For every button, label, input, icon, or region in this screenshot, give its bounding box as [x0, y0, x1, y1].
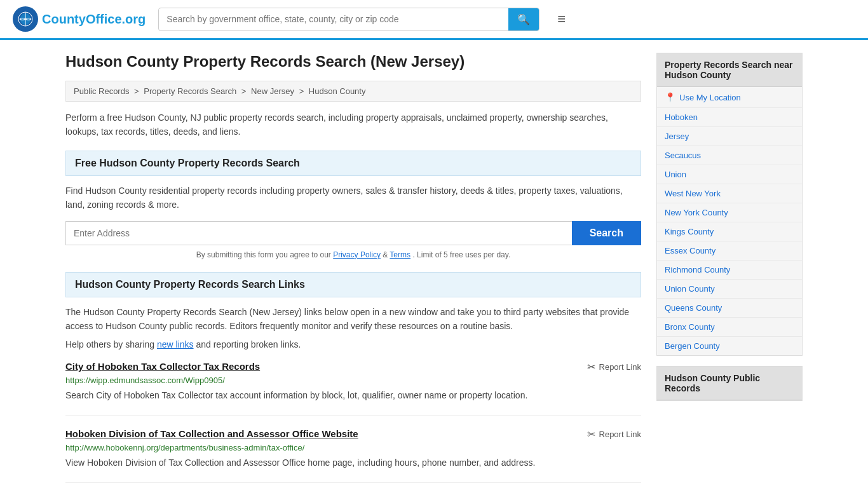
- free-search-section-header: Free Hudson County Property Records Sear…: [65, 151, 641, 176]
- header-search-input[interactable]: [159, 9, 508, 29]
- hamburger-menu-button[interactable]: ≡: [552, 8, 571, 30]
- logo-icon: [13, 6, 38, 32]
- record-link-title-row: City of Hoboken Tax Collector Tax Record…: [65, 361, 641, 373]
- breadcrumb-property-records-search[interactable]: Property Records Search: [144, 86, 236, 96]
- sidebar-item-secaucus[interactable]: Secaucus: [657, 146, 802, 165]
- record-link-url-2[interactable]: http://www.hobokennj.org/departments/bus…: [65, 443, 641, 452]
- record-link-title-2[interactable]: Hoboken Division of Tax Collection and A…: [65, 428, 358, 439]
- address-search-button[interactable]: Search: [572, 221, 641, 245]
- sidebar-item-jersey[interactable]: Jersey: [657, 127, 802, 146]
- free-search-description: Find Hudson County residential property …: [65, 184, 641, 212]
- record-link-url-1[interactable]: https://wipp.edmundsassoc.com/Wipp0905/: [65, 376, 641, 385]
- breadcrumb-public-records[interactable]: Public Records: [74, 86, 129, 96]
- breadcrumb-sep-2: >: [241, 86, 248, 96]
- share-text: Help others by sharing new links and rep…: [65, 339, 641, 349]
- report-link-button-2[interactable]: ✂ Report Link: [587, 428, 641, 440]
- logo-text: CountyOffice.org: [42, 12, 146, 27]
- report-link-button-1[interactable]: ✂ Report Link: [587, 361, 641, 373]
- public-records-section-title: Hudson County Public Records: [657, 367, 802, 400]
- record-link-item: City of Hoboken Tax Collector Tax Record…: [65, 361, 641, 416]
- breadcrumb-sep-3: >: [299, 86, 306, 96]
- unlink-icon-2: ✂: [587, 428, 595, 440]
- links-intro-text: The Hudson County Property Records Searc…: [65, 305, 641, 334]
- sidebar-item-hoboken[interactable]: Hoboken: [657, 108, 802, 127]
- main-container: Hudson County Property Records Search (N…: [53, 40, 815, 488]
- nearby-section-title: Property Records Search near Hudson Coun…: [657, 53, 802, 87]
- breadcrumb: Public Records > Property Records Search…: [65, 81, 641, 102]
- site-logo[interactable]: CountyOffice.org: [13, 6, 146, 32]
- sidebar-item-essex-county[interactable]: Essex County: [657, 241, 802, 261]
- address-search-input[interactable]: [65, 221, 572, 245]
- header-search-button[interactable]: 🔍: [508, 8, 539, 30]
- terms-link[interactable]: Terms: [390, 250, 410, 259]
- record-link-item-2: Hoboken Division of Tax Collection and A…: [65, 428, 641, 483]
- sidebar-item-new-york-county[interactable]: New York County: [657, 203, 802, 222]
- sidebar-item-west-new-york[interactable]: West New York: [657, 184, 802, 203]
- sidebar-item-union-county[interactable]: Union County: [657, 280, 802, 299]
- privacy-policy-link[interactable]: Privacy Policy: [333, 250, 381, 259]
- record-link-title-row-2: Hoboken Division of Tax Collection and A…: [65, 428, 641, 440]
- breadcrumb-new-jersey[interactable]: New Jersey: [251, 86, 294, 96]
- address-search-row: Search: [65, 221, 641, 245]
- intro-text: Perform a free Hudson County, NJ public …: [65, 111, 641, 139]
- record-link-desc-2: View Hoboken Division of Tax Collection …: [65, 456, 641, 470]
- sidebar: Property Records Search near Hudson Coun…: [656, 53, 803, 488]
- sidebar-item-queens-county[interactable]: Queens County: [657, 299, 802, 318]
- sidebar-item-union[interactable]: Union: [657, 165, 802, 184]
- record-link-desc-1: Search City of Hoboken Tax Collector tax…: [65, 389, 641, 402]
- sidebar-item-bronx-county[interactable]: Bronx County: [657, 318, 802, 337]
- nearby-section: Property Records Search near Hudson Coun…: [656, 53, 803, 356]
- sidebar-item-richmond-county[interactable]: Richmond County: [657, 261, 802, 280]
- hamburger-icon: ≡: [557, 11, 566, 27]
- content-area: Hudson County Property Records Search (N…: [65, 53, 641, 488]
- header-search-bar: 🔍: [158, 8, 539, 31]
- page-title: Hudson County Property Records Search (N…: [65, 53, 641, 71]
- sidebar-use-location[interactable]: 📍 Use My Location: [657, 87, 802, 108]
- new-links-link[interactable]: new links: [157, 339, 194, 349]
- search-icon: 🔍: [517, 14, 530, 25]
- location-pin-icon: 📍: [665, 92, 675, 102]
- breadcrumb-hudson-county[interactable]: Hudson County: [309, 86, 366, 96]
- public-records-section: Hudson County Public Records: [656, 366, 803, 401]
- record-link-title-1[interactable]: City of Hoboken Tax Collector Tax Record…: [65, 361, 260, 372]
- site-header: CountyOffice.org 🔍 ≡: [0, 0, 868, 40]
- breadcrumb-sep-1: >: [134, 86, 141, 96]
- unlink-icon-1: ✂: [587, 361, 595, 373]
- sidebar-item-bergen-county[interactable]: Bergen County: [657, 337, 802, 355]
- sidebar-item-kings-county[interactable]: Kings County: [657, 222, 802, 241]
- links-section-header: Hudson County Property Records Search Li…: [65, 272, 641, 297]
- form-disclaimer: By submitting this form you agree to our…: [65, 250, 641, 259]
- use-location-link[interactable]: Use My Location: [679, 93, 741, 102]
